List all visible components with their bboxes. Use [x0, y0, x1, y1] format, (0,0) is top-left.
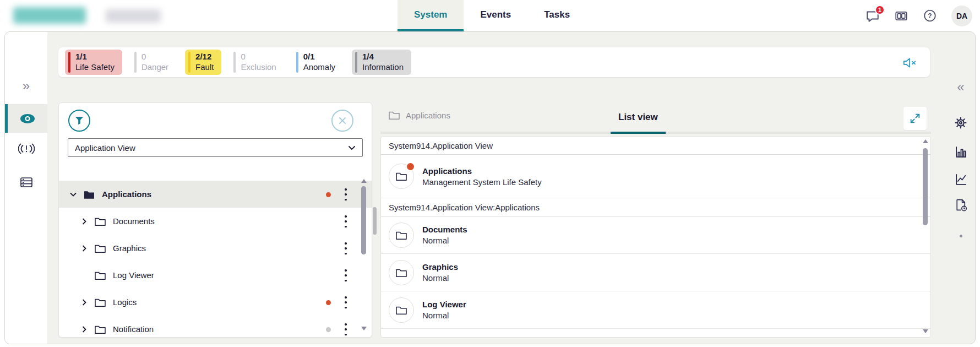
category-color-bar	[188, 52, 190, 73]
more-options-button[interactable]	[342, 188, 350, 200]
expand-panel-button[interactable]	[903, 107, 927, 130]
event-chip-danger[interactable]: 0 Danger	[131, 50, 176, 75]
chevron-right-icon	[82, 245, 86, 252]
category-color-bar	[68, 52, 70, 73]
tab-system[interactable]: System	[398, 0, 464, 31]
chevrons-left-icon: «	[957, 80, 964, 94]
list-group-header-label: System914.Application View:Applications	[389, 203, 540, 212]
item-avatar	[389, 297, 414, 323]
tree-node-applications[interactable]: Applications	[59, 181, 372, 208]
collapse-rail-button[interactable]: «	[946, 75, 975, 99]
scroll-down-arrow[interactable]	[923, 329, 928, 333]
rail-item-alarms[interactable]	[5, 137, 47, 161]
tree-expander[interactable]	[69, 192, 78, 197]
tab-events[interactable]: Events	[464, 0, 527, 31]
tree-expander[interactable]	[80, 299, 89, 306]
folder-icon	[395, 171, 407, 181]
list-item-applications[interactable]: Applications Management System Life Safe…	[381, 155, 930, 198]
scrollbar-thumb[interactable]	[923, 148, 928, 225]
breadcrumb[interactable]: Applications	[388, 110, 450, 120]
chevron-right-icon	[82, 218, 86, 225]
tree-node-log-viewer[interactable]: Log Viewer	[59, 262, 372, 289]
tree-node-label: Applications	[102, 189, 151, 199]
item-status: Management System Life Safety	[422, 177, 542, 187]
more-options-button[interactable]	[342, 242, 350, 254]
folder-icon	[94, 270, 106, 280]
rail-item-reports[interactable]	[946, 139, 975, 164]
item-status: Normal	[422, 311, 466, 320]
more-options-button[interactable]	[342, 269, 350, 281]
tab-list-view[interactable]: List view	[611, 102, 666, 134]
rail-item-scheduled-reports[interactable]	[946, 193, 975, 217]
rail-item-trends[interactable]	[946, 167, 975, 191]
scrollbar-thumb[interactable]	[361, 186, 366, 254]
left-icon-rail: »	[5, 32, 47, 344]
filter-button[interactable]	[68, 110, 90, 132]
tree-expander[interactable]	[80, 245, 89, 252]
notifications-button[interactable]: 1	[865, 9, 880, 23]
folder-filled-icon	[83, 189, 95, 199]
item-avatar	[389, 260, 414, 285]
list-item-log-viewer[interactable]: Log Viewer Normal	[381, 291, 930, 329]
event-count: 0/1	[303, 52, 335, 62]
rail-item-settings[interactable]	[946, 111, 975, 135]
folder-icon	[94, 324, 106, 334]
scroll-up-arrow[interactable]	[923, 139, 928, 143]
filter-funnel-icon	[74, 115, 85, 126]
item-avatar	[389, 223, 414, 248]
event-chip-fault[interactable]: 2/12 Fault	[185, 50, 221, 75]
help-button[interactable]: ?	[923, 9, 937, 23]
event-chip-information[interactable]: 1/4 Information	[352, 50, 411, 75]
event-count: 0	[141, 52, 168, 62]
tree-node-logics[interactable]: Logics	[59, 289, 372, 316]
rail-item-devices[interactable]	[5, 170, 47, 194]
clear-filter-button[interactable]	[331, 110, 353, 132]
tree-node-notification[interactable]: Notification	[59, 316, 372, 337]
tree-expander[interactable]	[80, 326, 89, 333]
more-options-button[interactable]	[342, 215, 350, 227]
tree-node-documents[interactable]: Documents	[59, 208, 372, 235]
right-icon-rail: «	[946, 32, 975, 344]
list-item-graphics[interactable]: Graphics Normal	[381, 254, 930, 291]
event-chip-exclusion[interactable]: 0 Exclusion	[230, 50, 284, 75]
expand-rail-button[interactable]: »	[5, 74, 47, 98]
event-category-label: Information	[362, 62, 404, 73]
panel-splitter-handle[interactable]	[373, 207, 377, 235]
tree-expander[interactable]	[80, 218, 89, 225]
more-options-button[interactable]	[342, 296, 350, 308]
scroll-up-arrow[interactable]	[361, 179, 367, 183]
event-indicator-dot	[326, 300, 331, 305]
event-category-label: Exclusion	[241, 62, 276, 73]
event-chip-anomaly[interactable]: 0/1 Anomaly	[293, 50, 343, 75]
close-icon	[337, 116, 347, 126]
event-chip-life-safety[interactable]: 1/1 Life Safety	[65, 50, 122, 75]
tree-node-label: Log Viewer	[113, 270, 154, 280]
top-bar-actions: 1 ? DA	[865, 0, 972, 31]
user-avatar[interactable]: DA	[951, 6, 972, 26]
view-selector-dropdown[interactable]: Application View	[68, 138, 363, 157]
split-view-button[interactable]	[894, 9, 908, 23]
trend-chart-icon	[954, 172, 968, 186]
list-scrollbar[interactable]	[922, 138, 929, 334]
scroll-down-arrow[interactable]	[361, 327, 367, 330]
item-title: Graphics	[422, 262, 458, 272]
event-count: 1/1	[75, 52, 115, 62]
detail-panel: Applications List view System914.Applica…	[380, 102, 931, 338]
more-options-button[interactable]	[342, 323, 350, 335]
broadcast-alert-icon	[18, 143, 35, 155]
tab-tasks[interactable]: Tasks	[527, 0, 586, 31]
list-item-documents[interactable]: Documents Normal	[381, 216, 930, 254]
system-tree: Applications Documents Graphics	[59, 176, 372, 337]
mute-button[interactable]	[902, 56, 917, 70]
item-title: Applications	[422, 166, 542, 176]
tree-node-graphics[interactable]: Graphics	[59, 235, 372, 262]
event-indicator-dot	[326, 327, 331, 332]
item-status: Normal	[422, 236, 467, 245]
rail-item-monitoring[interactable]	[5, 104, 47, 133]
view-selector-value: Application View	[75, 143, 135, 153]
tree-scrollbar[interactable]	[361, 177, 367, 336]
chevron-right-icon	[82, 326, 86, 333]
rail-indicator-dot	[960, 235, 962, 237]
folder-icon	[395, 268, 407, 278]
event-indicator-dot	[407, 163, 414, 170]
